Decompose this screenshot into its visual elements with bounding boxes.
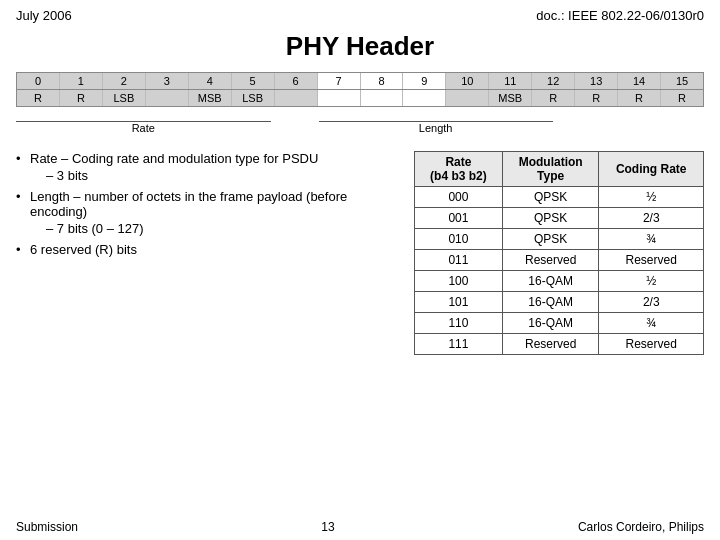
length-label: Length [319,121,553,134]
main-content: Rate – Coding rate and modulation type f… [0,151,720,355]
bit-number-3: 3 [146,73,189,89]
table-row-5: 10116-QAM2/3 [415,292,704,313]
table-cell-5-1: 16-QAM [502,292,599,313]
table-cell-7-1: Reserved [502,334,599,355]
bit-number-7: 7 [318,73,361,89]
table-cell-5-2: 2/3 [599,292,704,313]
left-panel: Rate – Coding rate and modulation type f… [16,151,404,355]
bit-number-8: 8 [361,73,404,89]
table-cell-3-0: 011 [415,250,503,271]
table-header: Rate(b4 b3 b2)ModulationTypeCoding Rate [415,152,704,187]
table-cell-3-2: Reserved [599,250,704,271]
table-cell-6-0: 110 [415,313,503,334]
bit-label-13: R [575,90,618,106]
table-cell-0-0: 000 [415,187,503,208]
bit-label-2: LSB [103,90,146,106]
footer: Submission 13 Carlos Cordeiro, Philips [16,520,704,534]
footer-left: Submission [16,520,78,534]
bullets-list: Rate – Coding rate and modulation type f… [16,151,404,257]
bit-number-10: 10 [446,73,489,89]
table-cell-1-2: 2/3 [599,208,704,229]
table-row-3: 011ReservedReserved [415,250,704,271]
bit-label-9 [403,90,446,106]
bit-label-1: R [60,90,103,106]
table-cell-6-2: ¾ [599,313,704,334]
table-header-1: ModulationType [502,152,599,187]
bit-number-1: 1 [60,73,103,89]
bit-label-15: R [661,90,703,106]
bit-label-row: Rate Length [16,121,704,139]
table-cell-7-2: Reserved [599,334,704,355]
table-header-2: Coding Rate [599,152,704,187]
table-row-2: 010QPSK¾ [415,229,704,250]
bit-label-4: MSB [189,90,232,106]
table-cell-1-0: 001 [415,208,503,229]
bit-label-0: R [17,90,60,106]
bullet-sub-0: – 3 bits [30,168,404,183]
table-row-1: 001QPSK2/3 [415,208,704,229]
table-header-0: Rate(b4 b3 b2) [415,152,503,187]
bullet-item-0: Rate – Coding rate and modulation type f… [16,151,404,183]
table-cell-4-2: ½ [599,271,704,292]
bit-number-4: 4 [189,73,232,89]
table-cell-0-1: QPSK [502,187,599,208]
header-left: July 2006 [16,8,72,23]
bullet-item-2: 6 reserved (R) bits [16,242,404,257]
table-row-4: 10016-QAM½ [415,271,704,292]
rate-label: Rate [16,121,271,134]
page-title: PHY Header [0,31,720,62]
table-cell-3-1: Reserved [502,250,599,271]
bit-number-0: 0 [17,73,60,89]
bit-numbers-row: 0123456789101112131415 [17,73,703,90]
modulation-table: Rate(b4 b3 b2)ModulationTypeCoding Rate … [414,151,704,355]
bit-diagram: 0123456789101112131415 RRLSBMSBLSBMSBRRR… [16,72,704,107]
table-row-0: 000QPSK½ [415,187,704,208]
bit-label-5: LSB [232,90,275,106]
bit-label-3 [146,90,189,106]
bullet-item-1: Length – number of octets in the frame p… [16,189,404,236]
footer-page: 13 [321,520,334,534]
bit-label-10 [446,90,489,106]
bit-label-12: R [532,90,575,106]
bit-label-11: MSB [489,90,532,106]
table-cell-6-1: 16-QAM [502,313,599,334]
bit-label-7 [318,90,361,106]
table-row-7: 111ReservedReserved [415,334,704,355]
table-cell-4-1: 16-QAM [502,271,599,292]
bit-label-14: R [618,90,661,106]
table-cell-5-0: 101 [415,292,503,313]
header-right: doc.: IEEE 802.22-06/0130r0 [536,8,704,23]
bit-label-8 [361,90,404,106]
table-body: 000QPSK½001QPSK2/3010QPSK¾011ReservedRes… [415,187,704,355]
bit-number-6: 6 [275,73,318,89]
table-cell-2-0: 010 [415,229,503,250]
table-row-6: 11016-QAM¾ [415,313,704,334]
footer-right: Carlos Cordeiro, Philips [578,520,704,534]
bit-number-12: 12 [532,73,575,89]
bit-number-14: 14 [618,73,661,89]
bit-number-5: 5 [232,73,275,89]
table-cell-1-1: QPSK [502,208,599,229]
right-panel: Rate(b4 b3 b2)ModulationTypeCoding Rate … [414,151,704,355]
table-cell-0-2: ½ [599,187,704,208]
bit-label-6 [275,90,318,106]
bit-labels-row: RRLSBMSBLSBMSBRRRR [17,90,703,106]
bullet-sub-1: – 7 bits (0 – 127) [30,221,404,236]
table-cell-2-2: ¾ [599,229,704,250]
bit-number-9: 9 [403,73,446,89]
table-cell-2-1: QPSK [502,229,599,250]
table-cell-7-0: 111 [415,334,503,355]
bit-number-13: 13 [575,73,618,89]
bit-number-2: 2 [103,73,146,89]
bit-number-15: 15 [661,73,703,89]
bit-number-11: 11 [489,73,532,89]
table-cell-4-0: 100 [415,271,503,292]
